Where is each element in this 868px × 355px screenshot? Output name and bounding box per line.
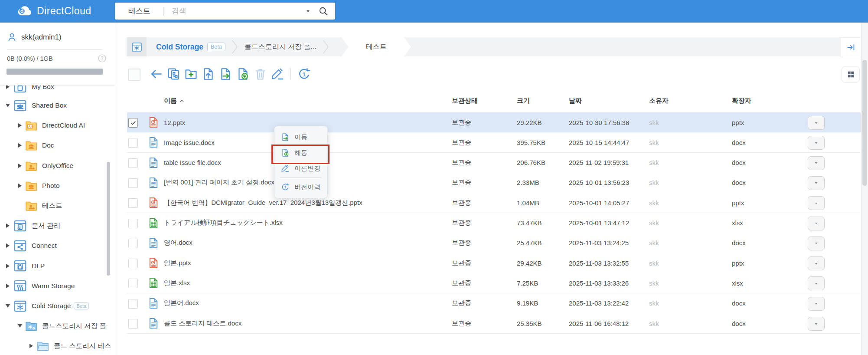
brand-logo[interactable]: d DirectCloud <box>16 5 91 17</box>
new-folder-button[interactable] <box>182 66 199 81</box>
sidebar-item-dlp[interactable]: DLP <box>0 256 114 276</box>
row-menu-button[interactable] <box>808 156 825 170</box>
menu-item-move[interactable]: 이동 <box>274 129 327 145</box>
sidebar-item-콜드-스토리지-테스[interactable]: 콜드 스토리지 테스 <box>0 336 115 355</box>
sidebar-item-문서-관리[interactable]: 문서 관리 <box>0 216 114 236</box>
row-menu-button[interactable] <box>808 176 825 190</box>
main-scrollbar-track[interactable] <box>861 23 868 355</box>
main-scrollbar-thumb[interactable] <box>862 60 867 186</box>
file-extension: docx <box>732 173 746 193</box>
tree-expander-icon[interactable] <box>4 284 11 288</box>
search-bar[interactable]: 테스트 검색 <box>115 3 335 20</box>
sidebar-item-cold-storage[interactable]: Cold StorageBeta <box>0 296 114 316</box>
tree-expander-icon[interactable] <box>16 123 23 128</box>
row-checkbox[interactable] <box>128 118 138 128</box>
column-header-status[interactable]: 보관상태 <box>452 97 478 105</box>
tree-expander-icon[interactable] <box>16 164 23 168</box>
breadcrumb-root[interactable]: Cold Storage <box>156 43 203 52</box>
table-row[interactable]: 콜드 스토리지 테스트.docx 보관중 25.35KB 2025-11-06 … <box>127 313 861 334</box>
tree-expander-icon[interactable] <box>16 184 23 188</box>
row-menu-button[interactable] <box>808 276 825 290</box>
table-row[interactable]: 일본.pptx 보관중 29.42KB 2025-11-03 13:32:55 … <box>127 253 861 273</box>
thaw-button[interactable] <box>234 66 251 81</box>
sidebar-item-directcloud-ai[interactable]: AIDirectCloud AI <box>0 115 115 135</box>
sidebar-scrollbar-thumb[interactable] <box>107 162 110 276</box>
menu-item-rename[interactable]: 이름변경 <box>274 161 327 176</box>
row-menu-button[interactable] <box>808 136 825 150</box>
row-checkbox[interactable] <box>128 279 138 288</box>
column-header-size[interactable]: 크기 <box>517 97 530 105</box>
row-checkbox[interactable] <box>128 198 138 208</box>
sidebar-item-콜드스토리지-저장-폴[interactable]: 콜드스토리지 저장 폴 <box>0 316 115 336</box>
row-menu-button[interactable] <box>808 297 825 311</box>
sidebar-item-warm-storage[interactable]: Warm Storage <box>0 276 114 296</box>
tree-expander-icon[interactable] <box>4 85 11 89</box>
tree-expander-icon[interactable] <box>28 344 34 348</box>
sidebar-item-connect[interactable]: Connect <box>0 236 114 256</box>
table-row[interactable]: table Issue file.docx 보관중 206.76KB 2025-… <box>127 153 861 173</box>
table-row[interactable]: Image issue.docx 보관중 395.75KB 2025-10-15… <box>127 132 861 153</box>
tree-expander-icon[interactable] <box>4 224 11 228</box>
row-menu-button[interactable] <box>808 317 825 331</box>
rename-button[interactable] <box>269 66 286 81</box>
tree-expander-icon[interactable] <box>4 104 11 107</box>
row-checkbox[interactable] <box>128 259 138 268</box>
search-options-caret-icon[interactable] <box>305 8 311 14</box>
table-row[interactable]: 일본.xlsx 보관중 7.25KB 2025-11-03 13:33:26 s… <box>127 273 861 293</box>
menu-item-refresh-1[interactable]: 1버전이력 <box>274 179 327 195</box>
sidebar-item-photo[interactable]: Photo <box>0 176 115 196</box>
row-checkbox[interactable] <box>128 299 138 309</box>
file-status: 보관중 <box>452 233 471 253</box>
user-account[interactable]: skk(admin1) <box>7 32 62 42</box>
top-header-bar: d DirectCloud 테스트 검색 <box>0 0 868 23</box>
sidebar-item-테스트[interactable]: 테스트 <box>0 196 115 216</box>
tree-expander-icon[interactable] <box>4 304 11 308</box>
tree-expander-icon[interactable] <box>16 324 23 328</box>
table-row[interactable]: トライアル検証項目チェックシート.xlsx 보관중 73.47KB 2025-1… <box>127 213 861 233</box>
back-button[interactable] <box>147 66 165 81</box>
tree-expander-icon[interactable] <box>4 264 11 268</box>
menu-item-label: 버전이력 <box>294 183 320 191</box>
upload-button[interactable] <box>199 66 217 81</box>
collapse-panel-button[interactable] <box>840 37 861 57</box>
breadcrumb-current-segment[interactable]: 테스트 <box>342 37 411 56</box>
row-menu-button[interactable] <box>808 116 825 130</box>
table-row[interactable]: 일본어.docx 보관중 9.19KB 2025-11-03 13:22:42 … <box>127 293 861 314</box>
search-input[interactable]: 검색 <box>172 6 305 16</box>
row-menu-button[interactable] <box>808 196 825 210</box>
move-button[interactable] <box>217 66 234 81</box>
row-checkbox[interactable] <box>128 239 138 248</box>
select-all-checkbox[interactable] <box>128 69 140 81</box>
version-refresh-button[interactable]: 1 <box>295 66 313 81</box>
row-checkbox[interactable] <box>128 178 138 188</box>
menu-item-thaw[interactable]: 해동 <box>274 145 327 161</box>
search-icon[interactable] <box>318 6 329 16</box>
tree-expander-icon[interactable] <box>16 143 23 148</box>
column-header-ext[interactable]: 확장자 <box>732 97 751 105</box>
row-checkbox[interactable] <box>128 138 138 148</box>
breadcrumb-segment[interactable]: 콜드스토리지 저장 폴... <box>245 43 317 52</box>
sidebar-item-doc[interactable]: Doc <box>0 135 115 155</box>
file-size: 29.42KB <box>517 253 542 273</box>
row-checkbox[interactable] <box>128 158 138 168</box>
delete-button[interactable] <box>251 66 269 81</box>
row-checkbox[interactable] <box>128 219 138 228</box>
table-row[interactable]: [번역 001] 관리 페이지 초기 설정.docx 보관중 2.33MB 20… <box>127 173 861 193</box>
row-menu-button[interactable] <box>808 256 825 270</box>
sidebar-item-shared-box[interactable]: Shared Box <box>0 95 114 115</box>
row-menu-button[interactable] <box>808 217 825 230</box>
help-icon[interactable]: ? <box>98 54 107 63</box>
column-header-owner[interactable]: 소유자 <box>649 97 669 105</box>
tree-expander-icon[interactable] <box>4 243 11 248</box>
column-header-name[interactable]: 이름 <box>164 97 185 105</box>
sidebar-item-onlyoffice[interactable]: OnlyOffice <box>0 156 115 176</box>
search-scope-label[interactable]: 테스트 <box>128 6 163 16</box>
grid-view-button[interactable] <box>842 66 860 83</box>
copy-button[interactable] <box>165 66 182 81</box>
table-row[interactable]: 12.pptx 보관중 29.22KB 2025-10-30 17:56:38 … <box>127 112 861 133</box>
column-header-date[interactable]: 날짜 <box>569 97 582 105</box>
row-checkbox[interactable] <box>128 319 138 329</box>
table-row[interactable]: 【한국어 번역】DCMigrator_Guide_ver.17_2024년3월1… <box>127 193 861 213</box>
table-row[interactable]: 영어.docx 보관중 25.47KB 2025-11-03 13:24:25 … <box>127 233 861 253</box>
row-menu-button[interactable] <box>808 237 825 250</box>
